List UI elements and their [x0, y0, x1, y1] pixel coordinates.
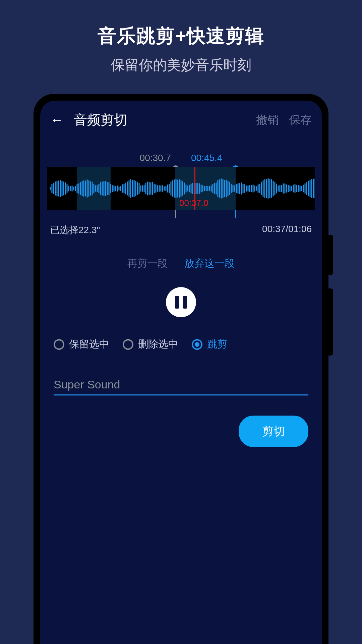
- mode-keep-selected[interactable]: 保留选中: [54, 337, 109, 351]
- promo-subtitle: 保留你的美妙音乐时刻: [0, 56, 362, 74]
- mode-skip-cut[interactable]: 跳剪: [192, 337, 227, 351]
- playhead-time: 00:37.0: [179, 198, 208, 208]
- radio-icon: [192, 339, 202, 350]
- mode-delete-label: 删除选中: [138, 337, 178, 351]
- undo-button[interactable]: 撤销: [256, 112, 279, 128]
- radio-icon: [123, 339, 133, 350]
- selection-region-1: [77, 167, 111, 210]
- back-icon[interactable]: ←: [50, 112, 64, 127]
- radio-icon: [54, 339, 64, 350]
- phone-frame: ← 音频剪切 撤销 保存 00:30.7 00:45.4: [34, 94, 328, 644]
- playback-time: 00:37/01:06: [262, 224, 312, 236]
- selection-start-time[interactable]: 00:30.7: [140, 153, 171, 163]
- selection-end-time[interactable]: 00:45.4: [191, 153, 222, 163]
- cut-button[interactable]: 剪切: [239, 416, 308, 447]
- page-title: 音频剪切: [74, 111, 127, 129]
- cut-another-segment-button[interactable]: 再剪一段: [127, 257, 168, 270]
- pause-icon: [175, 296, 187, 309]
- discard-segment-button[interactable]: 放弃这一段: [184, 257, 235, 270]
- promo-title: 音乐跳剪+快速剪辑: [0, 23, 362, 49]
- filename-field[interactable]: [54, 378, 308, 395]
- app-screen: ← 音频剪切 撤销 保存 00:30.7 00:45.4: [40, 101, 322, 644]
- filename-input[interactable]: [54, 378, 308, 391]
- mode-skip-label: 跳剪: [207, 337, 227, 351]
- waveform-area: 00:30.7 00:45.4 00:37.0: [47, 153, 315, 210]
- app-header: ← 音频剪切 撤销 保存: [47, 111, 315, 139]
- mode-delete-selected[interactable]: 删除选中: [123, 337, 178, 351]
- save-button[interactable]: 保存: [289, 112, 312, 128]
- selected-duration: 已选择22.3": [50, 224, 100, 236]
- mode-keep-label: 保留选中: [69, 337, 109, 351]
- play-pause-button[interactable]: [166, 287, 196, 317]
